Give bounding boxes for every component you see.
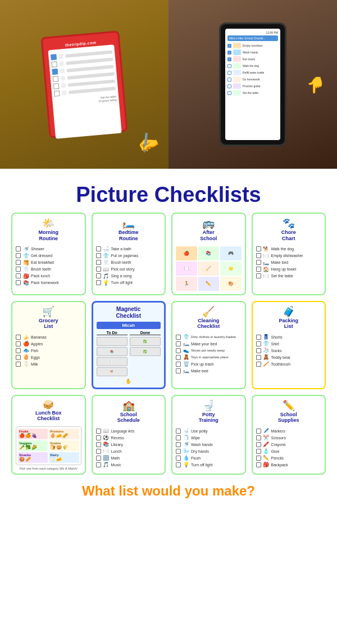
packing-item-socks: 🧦Socks (256, 348, 322, 353)
supplies-item-scissors: ✂️Scissors (256, 435, 322, 440)
lunchbox-title: Lunch BoxChecklist (35, 410, 62, 422)
chore-icon: 🐾 (283, 217, 295, 229)
as-item-6: 🌟 (220, 262, 242, 276)
as-item-7: 🏃 (176, 277, 197, 291)
lb-fruits: Fruits 🍎🍊🍇 (18, 429, 48, 439)
school-item-lunch: 🍽️Lunch (96, 448, 162, 454)
lb-grains: Grains 🍞🥨🌾 (49, 440, 79, 451)
lunchbox-card: 🥪 Lunch BoxChecklist Fruits 🍎🍊🍇 Proteins (11, 395, 86, 475)
supplies-item-glue: 🧴Glue (256, 448, 322, 454)
row-2: 🛒 GroceryList 🍌Bananas 🍎Apples 🐟Fish 🥚Eg… (11, 301, 326, 389)
potty-icon: 🚽 (202, 399, 215, 412)
chore-item-table: 🍽️Set the table (256, 273, 322, 279)
potty-item-use: 🚽Use potty (176, 428, 242, 434)
cleaning-checklist-card: 🧹 CleaningChecklist 👕Dirty clothes in la… (171, 301, 246, 389)
row-1: 🌤️ MorningRoutine 🚿Shower 👕Get dressed 🥞… (11, 213, 326, 295)
lb-snacks: Snacks 🍪🥜 (18, 452, 48, 463)
as-item-5: 🧹 (198, 262, 220, 276)
grocery-list-card: 🛒 GroceryList 🍌Bananas 🍎Apples 🐟Fish 🥚Eg… (11, 301, 86, 389)
after-school-icon: 🚌 (202, 217, 215, 229)
mag-todo-1: 🦷 (97, 337, 127, 346)
as-item-3: 🎮 (220, 246, 242, 260)
bedtime-item-teeth: 🦷Brush teeth (96, 260, 162, 265)
lunchbox-icon: 🥪 (43, 399, 54, 410)
mag-done-2: ✅ (130, 347, 161, 356)
packing-list-card: 🧳 PackingList 👖Shorts 👕Shirt 🧦Socks 🧸Ted… (252, 301, 326, 389)
bottom-question: What list would you make? (8, 475, 329, 502)
lb-veggies: Veggies 🥕🥦🌽 (18, 440, 48, 451)
grocery-icon: 🛒 (42, 305, 54, 318)
as-item-8: ✏️ (198, 277, 220, 291)
potty-item-light: 💡Turn off light (176, 462, 242, 467)
grocery-item-fish: 🐟Fish (16, 348, 81, 353)
magnetic-name: Micah (97, 322, 161, 329)
mag-done-empty2 (130, 367, 161, 376)
phone-item-1: Empty lunchbox (243, 44, 263, 47)
grocery-item-milk: 🥛Milk (16, 361, 81, 367)
grocery-item-apples: 🍎Apples (16, 341, 81, 346)
morning-item-shower: 🚿Shower (16, 246, 81, 252)
supplies-item-crayons: 🖍️Crayons (256, 442, 322, 447)
chore-chart-card: 🐾 ChoreChart 🐕Walk the dog 🍽️Empty dishw… (252, 213, 326, 295)
as-item-9: 🎨 (220, 277, 242, 291)
lb-proteins: Proteins 🥚🧀🥜 (49, 429, 79, 439)
school-item-music: 🎵Music (96, 462, 162, 467)
school-title: SchoolSchedule (117, 412, 140, 424)
grocery-title: GroceryList (39, 318, 58, 330)
school-item-recess: ⚽Recess (96, 435, 162, 440)
supplies-item-pencils: ✏️Pencils (256, 455, 322, 461)
after-school-title: AfterSchool (200, 229, 217, 242)
bedtime-routine-card: 🛏️ BedtimeRoutine 🛁Take a bath 👕Put on p… (92, 213, 166, 295)
potty-title: PottyTraining (199, 412, 218, 424)
school-schedule-card: 🏫 SchoolSchedule 📖Language Arts ⚽Recess … (92, 395, 166, 475)
magnetic-done: Done (130, 331, 161, 335)
supplies-item-backpack: 🎒Backpack (256, 462, 322, 467)
bedtime-item-story: 📖Pick out story (96, 267, 162, 272)
morning-routine-card: 🌤️ MorningRoutine 🚿Shower 👕Get dressed 🥞… (11, 213, 86, 295)
cleaning-item-bed2: 🛏️Make bed (176, 368, 242, 373)
morning-item-lunch: 🎒Pack lunch (16, 273, 81, 279)
chore-item-dog: 🐕Walk the dog (256, 246, 322, 252)
chore-item-bed: 🛏️Make bed (256, 260, 322, 265)
cleaning-item-trash: 🗑️Pick up trash (176, 361, 242, 367)
morning-item-homework: 📚Pack homework (16, 280, 81, 286)
page-title: Picture Checklists (8, 174, 329, 213)
school-icon: 🏫 (122, 399, 135, 412)
potty-item-wipe: 🧻Wipe (176, 435, 242, 440)
bedtime-icon: 🛏️ (122, 217, 135, 229)
bedtime-item-pajamas: 👕Put on pajamas (96, 253, 162, 259)
cleaning-item-laundry: 👕Dirty clothes in laundry basket (176, 334, 242, 340)
row-3: 🥪 Lunch BoxChecklist Fruits 🍎🍊🍇 Proteins (11, 395, 326, 475)
grocery-item-bananas: 🍌Bananas (16, 334, 81, 340)
cleaning-title: CleaningChecklist (197, 318, 220, 330)
school-item-math: 🔢Math (96, 455, 162, 461)
photos-row: thetripdip.com Set the table Practice ri… (0, 0, 337, 169)
photo-left: thetripdip.com Set the table Practice ri… (0, 0, 168, 169)
supplies-item-markers: 🖊️Markers (256, 428, 322, 434)
potty-item-wash: 🚿Wash hands (176, 442, 242, 447)
bedtime-item-song: 🎵Sing a song (96, 273, 162, 279)
cleaning-item-bed: 🛏️Make your bed (176, 341, 242, 346)
bedtime-item-light: 💡Turn off light (96, 280, 162, 286)
lb-dairy: Dairy 🥛🧀 (49, 452, 79, 463)
school-item-language: 📖Language Arts (96, 428, 162, 434)
grocery-item-eggs: 🥚Eggs (16, 354, 81, 360)
packing-title: PackingList (279, 318, 298, 330)
magnetic-todo: To Do (97, 331, 127, 335)
chore-item-towel: 🏠Hang up towel (256, 267, 322, 272)
chore-title: ChoreChart (281, 229, 296, 242)
mag-todo-4: 🐕 (97, 367, 127, 376)
mag-todo-3: 🍽️ (97, 357, 127, 366)
mag-done-empty (130, 357, 161, 366)
packing-item-teddy: 🧸Teddy bear (256, 354, 322, 360)
photo-right: 12:08 PM Mike's After School Checkli... … (168, 0, 337, 169)
packing-item-shirt: 👕Shirt (256, 341, 322, 346)
morning-title: MorningRoutine (39, 229, 59, 242)
morning-item-breakfast: 🥞Eat breakfast (16, 260, 81, 265)
potty-training-card: 🚽 PottyTraining 🚽Use potty 🧻Wipe 🚿Wash h… (171, 395, 246, 475)
mag-todo-2: 📚 (97, 347, 127, 356)
magnetic-hand: ✋ (97, 379, 161, 384)
potty-item-flush: 💧Flush (176, 455, 242, 461)
cleaning-icon: 🧹 (202, 305, 215, 318)
as-item-1: 🍎 (176, 246, 197, 260)
